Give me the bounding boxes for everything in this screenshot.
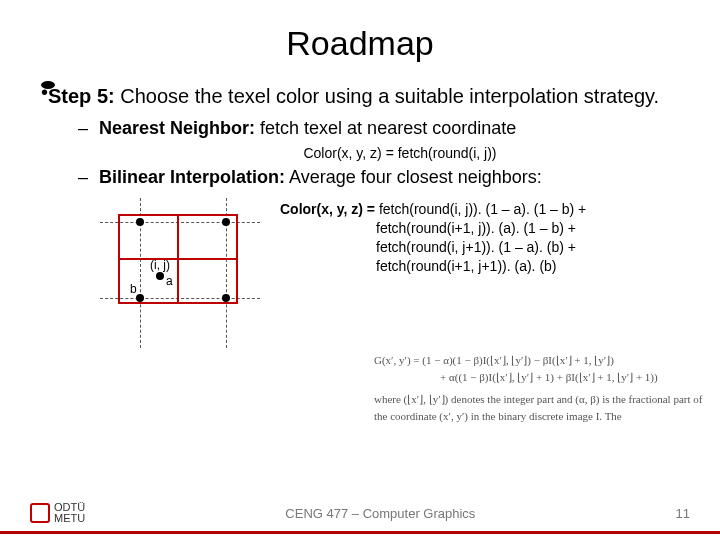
gray-g1: G(x′, y′) = (1 − α)(1 − β)I(⌊x′⌋, ⌊y′⌋) … xyxy=(374,354,614,366)
bullet-dot: • xyxy=(41,81,55,89)
bilinear-row: (i, j) a b Color(x, y, z) = fetch(round(… xyxy=(40,194,680,348)
formula-line: Color(x, y, z) = fetch(round(i, j)). (1 … xyxy=(280,200,586,219)
a-label: a xyxy=(166,274,173,288)
formula-lhs: Color(x, y, z) = xyxy=(280,201,379,217)
diagram-wrap: (i, j) a b xyxy=(100,194,280,348)
texel-point xyxy=(222,218,230,226)
slide-body: Roadmap • Step 5: Choose the texel color… xyxy=(0,0,720,348)
gray-g2: + α((1 − β)I(⌊x′⌋, ⌊y′⌋ + 1) + βI(⌊x′⌋ +… xyxy=(374,369,704,386)
dash-2: – xyxy=(78,167,94,188)
step-label: Step 5: xyxy=(48,85,115,107)
footer-redbar xyxy=(0,531,720,534)
logo-line2: METU xyxy=(54,513,85,524)
ij-label: (i, j) xyxy=(150,258,170,272)
logo-icon xyxy=(30,503,50,523)
texel-point xyxy=(222,294,230,302)
dash-1: – xyxy=(78,118,94,139)
nearest-formula: Color(x, y, z) = fetch(round(i, j)) xyxy=(120,145,680,161)
page-number: 11 xyxy=(676,506,690,521)
reference-equation: G(x′, y′) = (1 − α)(1 − β)I(⌊x′⌋, ⌊y′⌋) … xyxy=(374,352,704,424)
b-label: b xyxy=(130,282,137,296)
step-bullet: • Step 5: Choose the texel color using a… xyxy=(40,85,680,108)
gray-where: where (⌊x′⌋, ⌊y′⌋) denotes the integer p… xyxy=(374,391,704,424)
course-name: CENG 477 – Computer Graphics xyxy=(285,506,475,521)
bilinear-formula: Color(x, y, z) = fetch(round(i, j)). (1 … xyxy=(280,194,586,276)
nearest-text: fetch texel at nearest coordinate xyxy=(255,118,516,138)
nearest-label: Nearest Neighbor: xyxy=(99,118,255,138)
bilinear-label: Bilinear Interpolation: xyxy=(99,167,285,187)
bilinear-sub: – Bilinear Interpolation: Average four c… xyxy=(40,167,680,188)
footer: ODTÜ METU CENG 477 – Computer Graphics 1… xyxy=(0,498,720,528)
formula-term: fetch(round(i+1, j)). (a). (1 – b) + xyxy=(280,219,586,238)
page-title: Roadmap xyxy=(40,24,680,63)
university-logo: ODTÜ METU xyxy=(30,502,85,524)
logo-text: ODTÜ METU xyxy=(54,502,85,524)
bilinear-diagram: (i, j) a b xyxy=(100,198,260,348)
bilinear-text: Average four closest neighbors: xyxy=(285,167,542,187)
step-text: Choose the texel color using a suitable … xyxy=(115,85,659,107)
texel-point xyxy=(136,218,144,226)
formula-term: fetch(round(i+1, j+1)). (a). (b) xyxy=(280,257,586,276)
formula-term: fetch(round(i, j+1)). (1 – a). (b) + xyxy=(280,238,586,257)
nearest-sub: – Nearest Neighbor: fetch texel at neare… xyxy=(40,118,680,139)
texel-point xyxy=(136,294,144,302)
formula-term: fetch(round(i, j)). (1 – a). (1 – b) + xyxy=(379,201,586,217)
sample-point xyxy=(156,272,164,280)
